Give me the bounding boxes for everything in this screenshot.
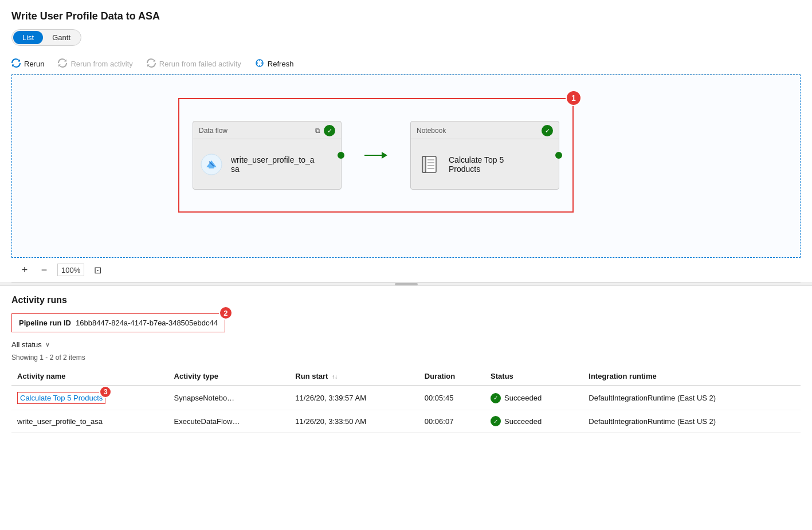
status-cell-wrapper-0: ✓ Succeeded xyxy=(491,393,577,403)
col-status: Status xyxy=(485,367,583,386)
dataflow-node-header: Data flow ⧉ ✓ xyxy=(193,121,341,139)
notebook-node-header: Notebook ✓ xyxy=(411,121,559,139)
zoom-out-button[interactable]: − xyxy=(38,264,50,276)
pipeline-run-id-row: Pipeline run ID 16bb8447-824a-4147-b7ea-… xyxy=(11,313,225,332)
divider-handle xyxy=(395,283,418,285)
badge-2: 2 xyxy=(219,306,233,320)
svg-rect-4 xyxy=(422,156,426,172)
status-label-1: Succeeded xyxy=(504,417,542,426)
col-activity-name: Activity name xyxy=(11,367,168,386)
dataflow-node[interactable]: Data flow ⧉ ✓ writ xyxy=(193,121,342,190)
rerun-from-failed-button[interactable]: Rerun from failed activity xyxy=(147,58,241,69)
status-cell-0: ✓ Succeeded xyxy=(485,386,583,410)
rerun-from-failed-icon xyxy=(147,58,156,69)
badge-1: 1 xyxy=(566,90,582,106)
toolbar: Rerun Rerun from activity Rerun from fai… xyxy=(11,54,801,74)
activity-link-boxed: Calculate Top 5 Products 3 xyxy=(17,392,105,404)
duration-cell-0: 00:05:45 xyxy=(419,386,485,410)
view-toggle: List Gantt xyxy=(11,29,81,46)
dataflow-right-dot xyxy=(338,152,344,159)
activity-runs-section: Activity runs Pipeline run ID 16bb8447-8… xyxy=(0,286,812,442)
status-success-icon-0: ✓ xyxy=(491,393,501,403)
notebook-activity-icon xyxy=(417,152,442,177)
filter-row: All status ∨ xyxy=(11,340,801,349)
table-row: Calculate Top 5 Products 3 SynapseNotebo… xyxy=(11,386,801,410)
dataflow-success-icon: ✓ xyxy=(324,125,335,136)
rerun-button[interactable]: Rerun xyxy=(11,58,44,69)
pipeline-run-id-label: Pipeline run ID xyxy=(19,319,71,327)
activity-type-cell-1: ExecuteDataFlow… xyxy=(168,410,290,433)
filter-label: All status xyxy=(11,340,42,349)
table-header-row: Activity name Activity type Run start ↑↓… xyxy=(11,367,801,386)
col-run-start: Run start ↑↓ xyxy=(289,367,418,386)
zoom-controls: + − 100% ⊡ xyxy=(11,258,801,282)
notebook-node-label: Calculate Top 5 Products xyxy=(449,155,504,174)
zoom-percent[interactable]: 100% xyxy=(57,264,84,276)
fit-to-window-icon[interactable]: ⊡ xyxy=(91,264,104,276)
rerun-from-activity-button[interactable]: Rerun from activity xyxy=(58,58,132,69)
notebook-type-label: Notebook xyxy=(417,127,446,135)
notebook-header-icons: ✓ xyxy=(542,125,553,136)
col-duration: Duration xyxy=(419,367,485,386)
calculate-top-5-link[interactable]: Calculate Top 5 Products xyxy=(20,394,103,402)
activity-name-cell: Calculate Top 5 Products 3 xyxy=(11,386,168,410)
integration-runtime-cell-0: DefaultIntegrationRuntime (East US 2) xyxy=(583,386,801,410)
status-cell-1: ✓ Succeeded xyxy=(485,410,583,433)
external-link-icon[interactable]: ⧉ xyxy=(315,127,320,135)
refresh-button[interactable]: Refresh xyxy=(255,58,294,69)
pipeline-selection-box: 1 Data flow ⧉ ✓ xyxy=(178,98,574,213)
zoom-in-button[interactable]: + xyxy=(18,264,31,276)
status-success-icon-1: ✓ xyxy=(491,416,501,426)
activity-name-cell-1: write_user_profile_to_asa xyxy=(11,410,168,433)
integration-runtime-cell-1: DefaultIntegrationRuntime (East US 2) xyxy=(583,410,801,433)
run-start-cell-0: 11/26/20, 3:39:57 AM xyxy=(289,386,418,410)
notebook-node[interactable]: Notebook ✓ xyxy=(410,121,559,190)
notebook-node-body: Calculate Top 5 Products xyxy=(411,139,559,189)
notebook-success-icon: ✓ xyxy=(542,125,553,136)
activity-type-cell-0: SynapseNotebo… xyxy=(168,386,290,410)
list-toggle-btn[interactable]: List xyxy=(13,31,43,44)
dataflow-type-label: Data flow xyxy=(199,127,227,135)
dataflow-activity-icon xyxy=(199,152,224,177)
pipeline-canvas: 1 Data flow ⧉ ✓ xyxy=(11,74,801,258)
main-container: Write User Profile Data to ASA List Gant… xyxy=(0,0,812,282)
activity-runs-title: Activity runs xyxy=(11,295,801,305)
filter-chevron-icon[interactable]: ∨ xyxy=(45,341,50,348)
run-start-cell-1: 11/26/20, 3:33:50 AM xyxy=(289,410,418,433)
connector-line xyxy=(364,155,382,156)
showing-items-text: Showing 1 - 2 of 2 items xyxy=(11,354,801,362)
page-title: Write User Profile Data to ASA xyxy=(11,10,801,22)
dataflow-node-body: write_user_profile_to_a sa xyxy=(193,139,341,189)
connector-arrowhead xyxy=(382,152,387,159)
duration-cell-1: 00:06:07 xyxy=(419,410,485,433)
col-activity-type: Activity type xyxy=(168,367,290,386)
refresh-icon xyxy=(255,58,264,69)
connector-arrow-wrap xyxy=(364,152,387,159)
rerun-icon xyxy=(11,58,21,69)
rerun-from-activity-icon xyxy=(58,58,67,69)
col-integration-runtime: Integration runtime xyxy=(583,367,801,386)
gantt-toggle-btn[interactable]: Gantt xyxy=(43,31,80,44)
activity-runs-table: Activity name Activity type Run start ↑↓… xyxy=(11,367,801,433)
sort-icon[interactable]: ↑↓ xyxy=(332,374,338,380)
badge-3: 3 xyxy=(99,386,112,398)
dataflow-node-label: write_user_profile_to_a sa xyxy=(231,155,315,174)
status-cell-wrapper-1: ✓ Succeeded xyxy=(491,416,577,426)
dataflow-header-icons: ⧉ ✓ xyxy=(315,125,335,136)
status-label-0: Succeeded xyxy=(504,394,542,402)
table-row: write_user_profile_to_asa ExecuteDataFlo… xyxy=(11,410,801,433)
notebook-right-dot xyxy=(555,152,562,159)
pipeline-run-id-value: 16bb8447-824a-4147-b7ea-348505ebdc44 xyxy=(76,319,218,327)
